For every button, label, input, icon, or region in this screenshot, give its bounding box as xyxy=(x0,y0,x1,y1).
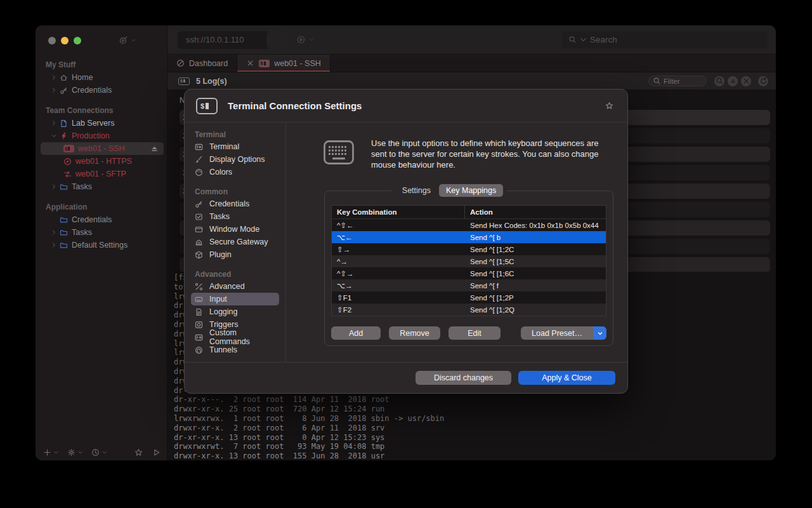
sidebar-item-tasks[interactable]: Tasks xyxy=(41,180,164,193)
nav-item-terminal[interactable]: $Terminal xyxy=(191,140,279,153)
terminal-line: drwxr-xr-x. 13 root root 155 Jun 28 2018… xyxy=(174,451,776,460)
tab-dashboard[interactable]: Dashboard xyxy=(167,55,237,72)
sidebar-item-lab-servers[interactable]: Lab Servers xyxy=(41,117,164,130)
terminal-icon: $ xyxy=(196,98,218,114)
key-mapping-row[interactable]: ^→Send ^[ [1;5C xyxy=(332,255,606,267)
key-combination-cell: ^⇧← xyxy=(332,221,465,230)
edit-button[interactable]: Edit xyxy=(449,326,501,340)
nav-item-secure-gateway[interactable]: Secure Gateway xyxy=(191,236,279,248)
chevron-right-icon[interactable] xyxy=(51,87,60,93)
nav-item-label: Logging xyxy=(209,307,238,316)
key-combination-cell: ⌥← xyxy=(332,233,465,242)
connect-tool-button[interactable] xyxy=(119,36,136,44)
plugin-icon xyxy=(195,251,204,259)
discard-changes-button[interactable]: Discard changes xyxy=(416,371,511,385)
eject-icon[interactable] xyxy=(150,145,159,153)
remove-button[interactable]: Remove xyxy=(389,326,440,340)
folder-icon xyxy=(60,183,72,191)
sftp-icon xyxy=(63,170,75,178)
key-mapping-row[interactable]: ⌥→Send ^[ f xyxy=(332,279,606,291)
home-icon xyxy=(60,74,72,82)
terminal-line: dr-xr-x---. 2 root root 114 Apr 11 2018 … xyxy=(174,395,776,404)
tab-settings[interactable]: Settings xyxy=(395,184,438,197)
sidebar-item-home[interactable]: Home xyxy=(41,71,164,84)
sidebar-item-web01-sftp[interactable]: web01 - SFTP xyxy=(41,168,164,180)
close-tab-icon[interactable] xyxy=(246,59,254,67)
bolt-icon xyxy=(60,132,72,140)
key-mapping-row[interactable]: ⇧→Send ^[ [1;2C xyxy=(332,243,606,255)
chevron-down-icon[interactable] xyxy=(51,133,60,139)
zoom-log-button[interactable] xyxy=(714,76,724,86)
terminal-line: drwxrwxrwt. 7 root root 93 May 19 04:08 … xyxy=(174,442,776,451)
sidebar-item-default-settings[interactable]: Default Settings xyxy=(41,239,164,251)
clear-log-button[interactable] xyxy=(741,76,751,86)
key-mapping-row[interactable]: ⇧F2Send ^[ [1;2Q xyxy=(332,304,606,316)
sidebar: My StuffHomeCredentialsTeam ConnectionsL… xyxy=(36,25,167,460)
chevron-right-icon[interactable] xyxy=(51,184,60,190)
search-input[interactable] xyxy=(590,35,742,44)
filter-field[interactable] xyxy=(648,76,707,86)
chevron-down-icon[interactable] xyxy=(593,326,606,340)
nav-item-display-options[interactable]: Display Options xyxy=(191,153,279,166)
nav-item-plugin[interactable]: Plugin xyxy=(191,248,279,261)
key-combination-cell: ⌥→ xyxy=(332,281,465,290)
tab-web01-ssh[interactable]: $ web01 - SSH xyxy=(237,55,331,72)
nav-section-terminal: Terminal xyxy=(185,129,285,140)
sidebar-toolbar xyxy=(43,448,160,457)
close-window-button[interactable] xyxy=(48,37,56,44)
nav-item-colors[interactable]: Colors xyxy=(191,166,279,178)
chevron-right-icon[interactable] xyxy=(51,242,60,248)
connection-url-combobox[interactable]: ssh://10.0.1.110 xyxy=(178,31,283,49)
apply-close-button[interactable]: Apply & Close xyxy=(518,371,615,385)
settings-button[interactable] xyxy=(67,448,83,457)
sidebar-item-web01-https[interactable]: web01 - HTTPS xyxy=(41,155,164,168)
run-connection-button[interactable] xyxy=(297,36,314,44)
key-mapping-row[interactable]: ⌥←Send ^[ b xyxy=(332,231,606,243)
nav-item-label: Tasks xyxy=(209,212,230,221)
key-combination-cell: ^→ xyxy=(332,258,465,265)
minimize-window-button[interactable] xyxy=(61,37,69,44)
nav-item-tasks[interactable]: Tasks xyxy=(191,210,279,223)
chevron-right-icon[interactable] xyxy=(51,74,60,81)
nav-item-credentials[interactable]: Credentials xyxy=(191,197,279,210)
favorite-star-button[interactable] xyxy=(134,448,143,457)
favorite-star-icon[interactable] xyxy=(605,102,613,110)
gear-icon xyxy=(67,448,75,457)
sidebar-item-tasks[interactable]: Tasks xyxy=(41,226,164,239)
play-button[interactable] xyxy=(152,448,160,457)
nav-item-custom-commands[interactable]: Custom Commands xyxy=(191,331,279,344)
window-controls xyxy=(36,25,167,44)
palette-icon xyxy=(195,168,204,177)
item-label: Tasks xyxy=(72,182,92,191)
sidebar-item-credentials[interactable]: Credentials xyxy=(41,84,164,97)
key-mapping-row[interactable]: ⇧F1Send ^[ [1;2P xyxy=(332,291,606,304)
font-size-button[interactable]: A xyxy=(728,76,738,86)
filter-input[interactable] xyxy=(664,77,702,85)
search-field[interactable] xyxy=(562,31,768,48)
nav-item-advanced[interactable]: Advanced xyxy=(191,280,279,293)
item-label: Tasks xyxy=(72,228,92,237)
load-preset-button[interactable]: Load Preset… xyxy=(521,326,606,340)
chevron-right-icon[interactable] xyxy=(51,229,60,236)
add-button[interactable]: Add xyxy=(331,326,381,340)
play-circle-icon xyxy=(297,36,305,44)
history-button[interactable] xyxy=(91,448,107,457)
zoom-window-button[interactable] xyxy=(74,37,81,44)
table-header-row: Key Combination Action xyxy=(332,206,606,219)
refresh-log-button[interactable] xyxy=(758,76,768,86)
nav-item-window-mode[interactable]: Window Mode xyxy=(191,223,279,236)
nav-item-logging[interactable]: Logging xyxy=(191,305,279,318)
close-icon xyxy=(742,77,750,85)
chevron-right-icon[interactable] xyxy=(51,120,60,126)
nav-item-input[interactable]: Input xyxy=(191,293,279,305)
sidebar-item-web01-ssh[interactable]: $web01 - SSH xyxy=(41,142,164,155)
sidebar-item-credentials[interactable]: Credentials xyxy=(41,213,164,226)
sidebar-item-production[interactable]: Production xyxy=(41,130,164,142)
add-connection-button[interactable] xyxy=(43,448,59,457)
chevron-down-icon[interactable] xyxy=(266,31,283,49)
key-mapping-row[interactable]: ^⇧←Send Hex Codes: 0x1b 0x1b 0x5b 0x44 xyxy=(332,219,606,231)
nav-item-label: Display Options xyxy=(209,155,265,164)
load-preset-label: Load Preset… xyxy=(521,326,593,340)
key-mapping-row[interactable]: ^⇧→Send ^[ [1;6C xyxy=(332,267,606,279)
tab-key-mappings[interactable]: Key Mappings xyxy=(439,184,503,197)
